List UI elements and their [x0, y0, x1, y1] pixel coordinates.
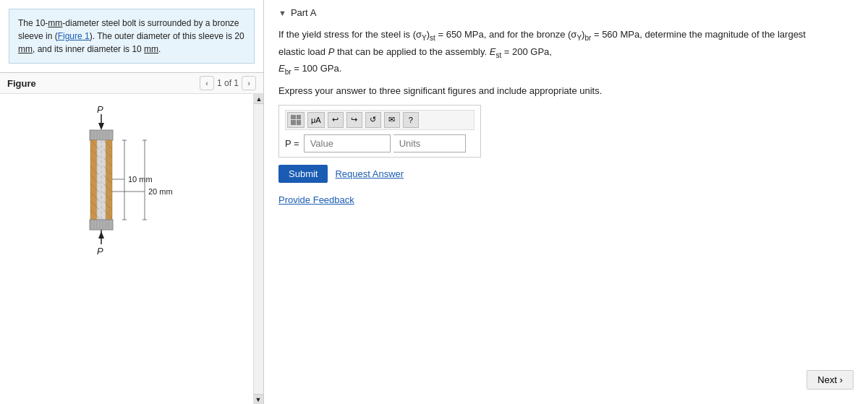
button-row: Submit Request Answer [278, 165, 854, 183]
problem-text-main: If the yield stress for the steel is (σY… [278, 29, 806, 57]
svg-rect-2 [90, 130, 113, 140]
problem-description: The 10-mm-diameter steel bolt is surroun… [9, 9, 255, 64]
right-panel: ▼ Part A If the yield stress for the ste… [264, 0, 868, 212]
p-equals-label: P = [285, 138, 299, 149]
answer-toolbar: μA ↩ ↪ ↺ ✉ ? [285, 110, 475, 130]
refresh-icon: ↺ [370, 115, 376, 124]
express-line: Express your answer to three significant… [278, 85, 854, 96]
value-input[interactable] [304, 134, 391, 152]
feedback-section: Provide Feedback [278, 183, 854, 205]
figure-section: Figure ‹ 1 of 1 › P [0, 72, 263, 404]
right-panel-wrapper: ▼ Part A If the yield stress for the ste… [264, 0, 868, 404]
provide-feedback-link[interactable]: Provide Feedback [278, 194, 354, 205]
figure-navigation: ‹ 1 of 1 › [200, 76, 256, 90]
problem-text-line2: Ebr = 100 GPa. [278, 63, 341, 74]
answer-row: P = [285, 134, 475, 152]
problem-statement: If the yield stress for the steel is (σY… [278, 27, 828, 78]
scroll-down-btn[interactable]: ▼ [253, 394, 263, 404]
svg-rect-32 [90, 220, 113, 230]
email-btn[interactable]: ✉ [384, 112, 400, 128]
redo-icon: ↪ [351, 115, 357, 124]
undo-icon: ↩ [332, 115, 339, 124]
redo-btn[interactable]: ↪ [346, 112, 362, 128]
figure-pagination: 1 of 1 [217, 78, 239, 88]
part-arrow-icon: ▼ [278, 9, 286, 17]
figure-header: Figure ‹ 1 of 1 › [0, 73, 263, 94]
email-icon: ✉ [388, 115, 395, 124]
express-text: Express your answer to three significant… [278, 85, 602, 96]
svg-marker-1 [98, 123, 104, 130]
svg-marker-49 [98, 231, 104, 238]
answer-box: μA ↩ ↪ ↺ ✉ ? [278, 105, 481, 158]
part-a-header: ▼ Part A [278, 7, 854, 18]
dim2-label: 20 mm [148, 187, 173, 196]
scroll-up-btn[interactable]: ▲ [254, 94, 263, 104]
dim1-label: 10 mm [128, 175, 153, 184]
refresh-btn[interactable]: ↺ [365, 112, 381, 128]
help-icon: ? [409, 116, 413, 124]
mu-icon: μA [311, 116, 321, 124]
part-a-label: Part A [291, 7, 316, 18]
p-label-top: P [97, 104, 103, 115]
grid-toolbar-btn[interactable] [287, 112, 305, 128]
units-input[interactable] [393, 134, 466, 152]
left-panel: The 10-mm-diameter steel bolt is surroun… [0, 0, 264, 404]
request-answer-button[interactable]: Request Answer [335, 168, 404, 179]
mu-toolbar-btn[interactable]: μA [307, 112, 325, 128]
figure-next-button[interactable]: › [242, 76, 256, 90]
figure-title: Figure [7, 78, 36, 89]
figure-prev-button[interactable]: ‹ [200, 76, 214, 90]
submit-button[interactable]: Submit [278, 165, 328, 183]
undo-btn[interactable]: ↩ [328, 112, 344, 128]
bolt-diagram: P [38, 101, 226, 267]
problem-text: The 10-mm-diameter steel bolt is surroun… [18, 18, 244, 54]
figure-link[interactable]: Figure 1 [58, 31, 90, 41]
help-btn[interactable]: ? [403, 112, 419, 128]
next-button[interactable]: Next › [807, 370, 854, 390]
figure-content: P [0, 94, 263, 404]
p-label-bottom: P [97, 246, 103, 257]
